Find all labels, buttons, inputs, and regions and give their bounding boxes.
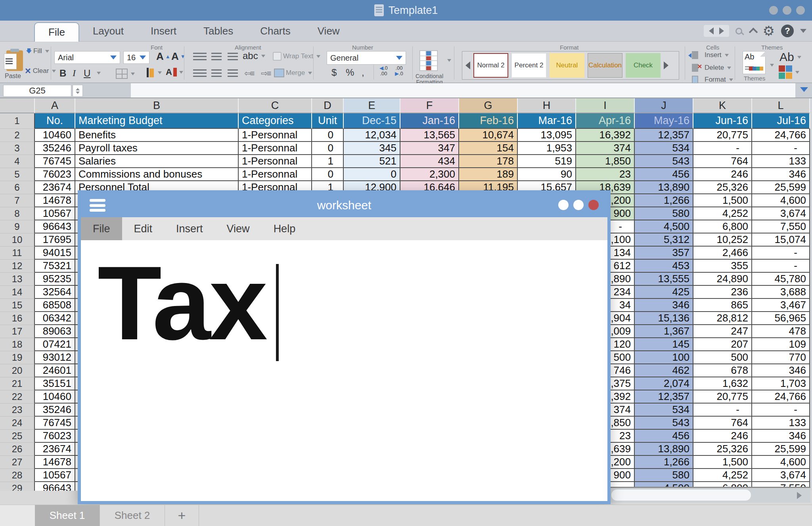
cell-L5[interactable]: 346	[752, 168, 810, 181]
row-number-8[interactable]: 8	[0, 207, 35, 220]
cell-E5[interactable]: 0	[344, 168, 400, 181]
cell-A9[interactable]: 96643	[35, 220, 75, 233]
tab-tables[interactable]: Tables	[190, 21, 247, 42]
cell-L19[interactable]: 770	[752, 351, 810, 364]
cell-L6[interactable]: 25,599	[752, 181, 810, 194]
column-header-I[interactable]: I	[576, 98, 635, 113]
cell-J22[interactable]: 12,357	[635, 390, 693, 404]
font-size-select[interactable]: 16	[123, 51, 149, 64]
font-family-select[interactable]: Arial	[54, 51, 120, 64]
row-number-21[interactable]: 21	[0, 377, 35, 390]
cell-J2[interactable]: 12,357	[635, 129, 693, 142]
cell-D4[interactable]: 1	[312, 155, 344, 168]
cell-C4[interactable]: 1-Personnal	[239, 155, 312, 168]
align-center-button[interactable]	[211, 69, 222, 77]
cell-K7[interactable]: 1,500	[693, 194, 752, 207]
cell-J28[interactable]: 580	[635, 469, 693, 482]
settings-gear-icon[interactable]: ⚙	[763, 25, 775, 37]
bold-button[interactable]: B	[59, 68, 66, 79]
cell-K12[interactable]: 355	[693, 260, 752, 273]
cell-F2[interactable]: 13,565	[400, 129, 459, 142]
valign-middle-button[interactable]	[211, 53, 222, 61]
row-number-13[interactable]: 13	[0, 273, 35, 286]
cell-L13[interactable]: 45,780	[752, 273, 810, 286]
cell-J7[interactable]: 1,266	[635, 194, 693, 207]
column-header-F[interactable]: F	[400, 98, 459, 113]
formula-input[interactable]	[131, 83, 795, 98]
clear-button[interactable]: ✕ Clear	[25, 66, 56, 76]
valign-bottom-button[interactable]	[228, 53, 238, 61]
row-number-24[interactable]: 24	[0, 417, 35, 430]
cell-D2[interactable]: 0	[312, 129, 344, 142]
theme-fonts-button[interactable]: Ab	[779, 50, 801, 64]
cell-A7[interactable]: 14678	[35, 194, 75, 207]
cell-J14[interactable]: 425	[635, 286, 693, 299]
style-chip-percent-2[interactable]: Percent 2	[511, 53, 546, 78]
tab-view[interactable]: View	[304, 21, 353, 42]
cell-I2[interactable]: 16,392	[576, 129, 635, 142]
header-cell-L1[interactable]: Jul-16	[752, 113, 810, 129]
cell-B3[interactable]: Payroll taxes	[75, 142, 239, 155]
align-left-button[interactable]	[193, 69, 207, 77]
menu-item-file[interactable]: File	[81, 217, 122, 240]
style-chip-normal-2[interactable]: Normal 2	[473, 53, 508, 78]
cell-L22[interactable]: 24,766	[752, 390, 810, 404]
fill-button[interactable]: Fill	[26, 47, 49, 55]
cell-F3[interactable]: 347	[400, 142, 459, 155]
cell-A25[interactable]: 76023	[35, 430, 75, 443]
nav-forward-icon[interactable]	[719, 27, 724, 34]
style-chip-calculation[interactable]: Calculation	[588, 53, 622, 78]
cell-L2[interactable]: 24,766	[752, 129, 810, 142]
underline-button[interactable]: U	[84, 68, 90, 79]
paste-clipboard-icon[interactable]	[6, 50, 23, 71]
paste-button[interactable]: Paste	[5, 73, 21, 80]
cell-L16[interactable]: 56,965	[752, 312, 810, 325]
cell-J21[interactable]: 2,074	[635, 377, 693, 390]
cell-K23[interactable]: -	[693, 404, 752, 417]
cell-L23[interactable]: -	[752, 404, 810, 417]
row-number-19[interactable]: 19	[0, 351, 35, 364]
cell-J25[interactable]: 456	[635, 430, 693, 443]
cell-D3[interactable]: 0	[312, 142, 344, 155]
cell-B2[interactable]: Benefits	[75, 129, 239, 142]
cell-L4[interactable]: 133	[752, 155, 810, 168]
menu-item-edit[interactable]: Edit	[122, 217, 165, 240]
menu-item-insert[interactable]: Insert	[164, 217, 215, 240]
cell-A28[interactable]: 10567	[35, 469, 75, 482]
cell-A6[interactable]: 23674	[35, 181, 75, 194]
cell-K5[interactable]: 246	[693, 168, 752, 181]
row-number-16[interactable]: 16	[0, 312, 35, 325]
cell-K19[interactable]: 500	[693, 351, 752, 364]
cell-J17[interactable]: 1,367	[635, 325, 693, 338]
row-number-10[interactable]: 10	[0, 233, 35, 247]
cell-A22[interactable]: 10460	[35, 390, 75, 404]
percent-button[interactable]: %	[346, 67, 354, 78]
name-box[interactable]: G25	[3, 85, 71, 97]
cell-A3[interactable]: 35246	[35, 142, 75, 155]
cell-K24[interactable]: 764	[693, 417, 752, 430]
cell-B5[interactable]: Commissions and bonuses	[75, 168, 239, 181]
header-cell-J1[interactable]: May-16	[635, 113, 693, 129]
cell-K15[interactable]: 865	[693, 299, 752, 312]
cell-A12[interactable]: 75321	[35, 260, 75, 273]
cell-L17[interactable]: 478	[752, 325, 810, 338]
cell-K28[interactable]: 4,252	[693, 469, 752, 482]
header-cell-D1[interactable]: Unit	[312, 113, 344, 129]
cell-J18[interactable]: 145	[635, 338, 693, 351]
cell-J19[interactable]: 100	[635, 351, 693, 364]
cell-J8[interactable]: 580	[635, 207, 693, 220]
cell-E3[interactable]: 345	[344, 142, 400, 155]
header-cell-B1[interactable]: Marketing Budget	[75, 113, 239, 129]
header-cell-A1[interactable]: No.	[35, 113, 75, 129]
cell-K13[interactable]: 24,890	[693, 273, 752, 286]
row-number-3[interactable]: 3	[0, 142, 35, 155]
cell-B4[interactable]: Salaries	[75, 155, 239, 168]
help-icon[interactable]: ?	[781, 25, 794, 37]
cell-J13[interactable]: 13,555	[635, 273, 693, 286]
sheet-tab-sheet-2[interactable]: Sheet 2	[100, 505, 165, 526]
style-gallery-back-icon[interactable]	[465, 61, 470, 69]
column-header-L[interactable]: L	[752, 98, 810, 113]
worksheet-titlebar[interactable]: worksheet	[81, 193, 607, 217]
cell-C3[interactable]: 1-Personnal	[239, 142, 312, 155]
style-gallery-forward-icon[interactable]	[664, 61, 668, 69]
